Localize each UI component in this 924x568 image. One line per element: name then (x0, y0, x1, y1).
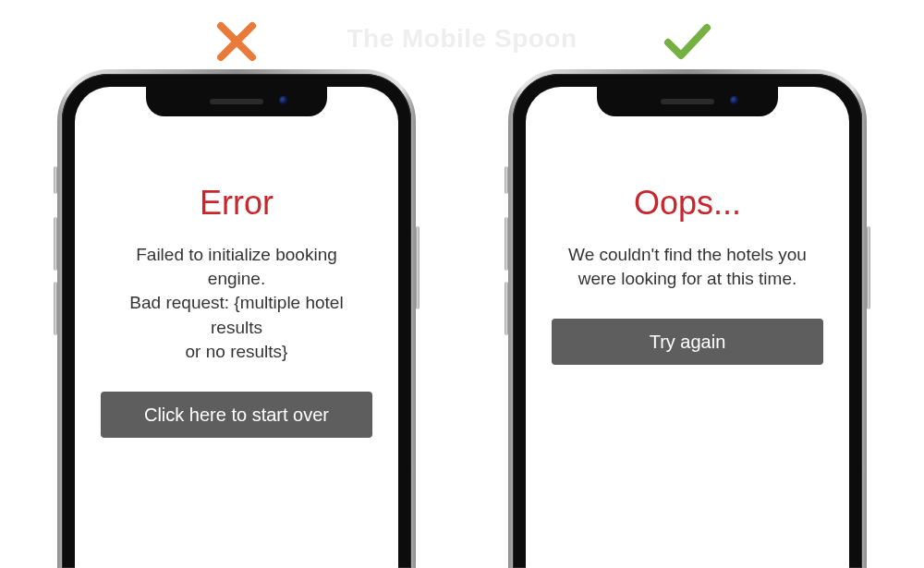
error-body-line: or no results} (186, 342, 288, 361)
error-body-line: were looking for at this time. (578, 269, 797, 288)
comparison-row: Error Failed to initialize booking engin… (0, 0, 924, 568)
cross-icon (215, 9, 258, 69)
error-body: We couldn't find the hotels you were loo… (552, 243, 823, 291)
error-body-line: We couldn't find the hotels you (568, 245, 807, 264)
error-body-line: Bad request: {multiple hotel results (129, 293, 343, 336)
phone-screen-right: Oops... We couldn't find the hotels you … (526, 87, 849, 568)
phone-screen-left: Error Failed to initialize booking engin… (75, 87, 398, 568)
error-content-right: Oops... We couldn't find the hotels you … (526, 87, 849, 365)
camera-icon (730, 96, 739, 105)
camera-icon (279, 96, 288, 105)
error-content-left: Error Failed to initialize booking engin… (75, 87, 398, 438)
phone-notch (146, 87, 327, 116)
error-title: Error (101, 184, 372, 223)
speaker-icon (661, 99, 714, 104)
bad-example-column: Error Failed to initialize booking engin… (57, 9, 416, 568)
try-again-button[interactable]: Try again (552, 319, 823, 365)
good-example-column: Oops... We couldn't find the hotels you … (508, 9, 867, 568)
phone-mockup-right: Oops... We couldn't find the hotels you … (508, 69, 867, 568)
speaker-icon (210, 99, 263, 104)
error-body: Failed to initialize booking engine. Bad… (101, 243, 372, 364)
side-button (867, 226, 870, 309)
check-icon (663, 9, 712, 69)
start-over-button[interactable]: Click here to start over (101, 392, 372, 438)
phone-mockup-left: Error Failed to initialize booking engin… (57, 69, 416, 568)
side-button (416, 226, 419, 309)
phone-notch (597, 87, 778, 116)
error-body-line: Failed to initialize booking engine. (136, 245, 337, 288)
error-title: Oops... (552, 184, 823, 223)
